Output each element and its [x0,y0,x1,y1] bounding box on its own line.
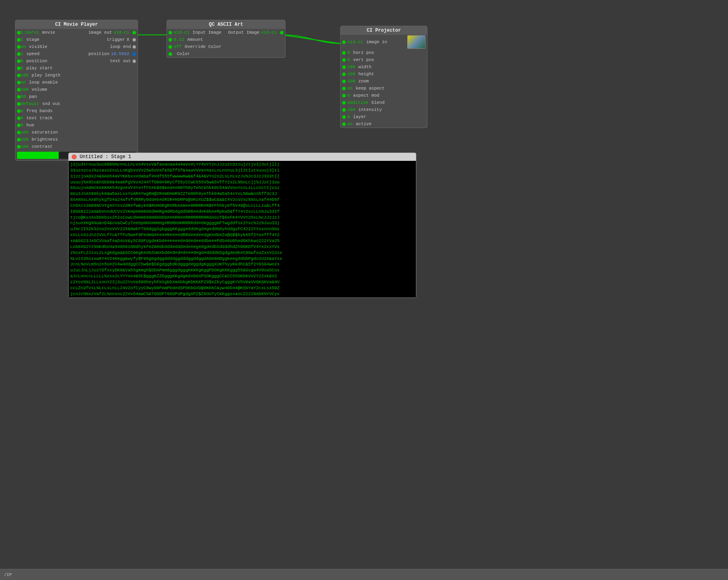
port-speed-in[interactable] [17,52,21,56]
movie-player-row-speed[interactable]: 1 speed position 18.5562 [15,50,138,57]
movie-player-row-hue[interactable]: 0 hue [15,122,138,129]
port-horzpos-in[interactable] [342,51,346,55]
stage-window: Untitled : Stage 1 j3ju3trnuu3uc88b%%cnn… [68,153,416,298]
stage-line: j3ju3trnuu3uc88b%%cnnLLnLVo4VsxV&faoaoaa… [70,162,414,168]
port-override-in[interactable] [169,45,172,49]
port-loopend-out[interactable] [132,45,136,49]
movie-player-row-contrast[interactable]: 100 contrast [15,143,138,150]
stage-line: I8b88222aG&bVnndUCVx2VKHpH008G9dHHRgHdRb… [70,209,414,215]
port-intensity-in[interactable] [342,108,346,112]
port-sndout-in[interactable] [17,102,21,106]
stage-line: uJucJnLjJuzYDfxxyDK8&Va55gKmgh$DDAPmm8gg… [70,267,414,273]
stage-line: CXDXcs2m888CVYg4XYox2dR#fw&yk6$RUHGRgRXR… [70,203,414,209]
port-hue-in[interactable] [17,124,21,127]
port-amount-in[interactable] [169,38,172,42]
stage-line: 6SuujnA0mCkkKKKK54VgVeVY4YoYfFX#k$6$ked#… [70,185,414,191]
movie-player-panel: CI Movie Player 1:Survi movie image out … [15,20,138,161]
movie-player-row-brightness[interactable]: 100 brightness [15,136,138,143]
projector-row-imagein[interactable]: vid-ci image in [341,35,427,49]
projector-thumbnail [407,35,425,49]
port-texttrack-in[interactable] [17,116,21,120]
port-playstart-in[interactable] [17,67,21,70]
projector-row-width[interactable]: 100 width [341,63,427,71]
movie-player-row-pan[interactable]: 50 pan [15,93,138,100]
movie-player-row-freqbands[interactable]: 0 freq bands [15,107,138,114]
port-vertpos-in[interactable] [342,58,346,62]
port-visible-in[interactable] [17,45,21,49]
ascii-art-title: QC ASCII Art [167,20,285,29]
stage-titlebar: Untitled : Stage 1 [69,153,416,161]
movie-player-row-position[interactable]: 0 position text out [15,57,138,65]
port-stage-in[interactable] [17,38,21,42]
movie-player-title: CI Movie Player [15,20,138,29]
stage-title: Untitled : Stage 1 [80,154,131,160]
port-width-in[interactable] [342,65,346,69]
close-button[interactable] [72,155,77,159]
progress-fill [17,152,59,159]
port-trigger-out[interactable] [132,38,136,42]
port-position-out[interactable] [132,52,136,56]
port-proj-imagein[interactable] [342,40,346,44]
movie-player-row-texttrack[interactable]: 0 text track [15,114,138,122]
movie-player-row-visible[interactable]: on visible loop end [15,43,138,50]
movie-player-row-stage[interactable]: 1 stage trigger X [15,36,138,43]
ascii-art-row-amount[interactable]: 0.32 Amount [167,36,285,43]
port-layer-in[interactable] [342,115,346,119]
port-blend-in[interactable] [342,101,346,105]
projector-row-active[interactable]: on active [341,120,427,128]
stage-line: jcnJc%%xzVaf2L%nnsnc22Vx54awC5&T6DDPT66D… [70,291,414,297]
port-keepaspect-in[interactable] [342,87,346,90]
ascii-art-io-row: vid-ci Input Image Output Image vid-ci [167,29,285,36]
port-brightness-in[interactable] [17,138,21,141]
port-active-in[interactable] [342,122,346,126]
port-saturation-in[interactable] [17,131,21,134]
port-loopenable-in[interactable] [17,81,21,84]
projector-row-blend[interactable]: additive blend [341,99,427,106]
movie-player-row-saturation[interactable]: 100 saturation [15,129,138,136]
port-contrast-in[interactable] [17,145,21,149]
stage-line: ccLZn2fVsL%LcLsLnLL24V2ofCyyC0wy09PAmPbd… [70,285,414,291]
projector-row-zoom[interactable]: 100 zoom [341,78,427,85]
ascii-art-row-override[interactable]: off Override Color [167,43,285,50]
ascii-art-panel: QC ASCII Art vid-ci Input Image Output I… [167,20,285,58]
port-imageout[interactable] [132,31,136,34]
port-ascii-output[interactable] [280,31,284,34]
movie-player-row-sndout[interactable]: default snd out [15,100,138,107]
ascii-art-row-color[interactable]: Color [167,50,285,57]
projector-row-vertpos[interactable]: 0 vert pos [341,56,427,63]
projector-panel: CI Projector vid-ci image in 0 horz pos … [340,26,427,128]
port-ascii-input[interactable] [169,31,172,34]
port-movie-in[interactable] [17,31,21,34]
port-color-in[interactable] [169,52,172,56]
projector-row-layer[interactable]: 0 layer [341,113,427,120]
stage-line: uuuuj%X8So&hGbb0&4aaKPgVVo4244Tf000#9RyC… [70,179,414,185]
projector-row-intensity[interactable]: 100 intensity [341,106,427,113]
projector-row-aspectmod[interactable]: 0 aspect mod [341,92,427,99]
port-pan-in[interactable] [17,95,21,99]
port-textout-out[interactable] [132,59,136,63]
movie-player-row-loopenable[interactable]: on loop enable [15,79,138,86]
stage-line: aJcLnnccLLLLL%zxx2LYYYVo4&5C$gggKZZDgggK… [70,273,414,279]
port-playlength-in[interactable] [17,74,21,77]
projector-row-keepaspect[interactable]: on keep aspect [341,85,427,92]
stage-line: z%xxFL22sxL2LsgKdga&&5CCm6gK#d6ZUmXbdd#d… [70,250,414,256]
stage-line: njsunXHg%%o&nD4&oVaCwCyTeebpHHXHHHHg#RHR… [70,220,414,226]
status-bar: /IP [0,569,728,580]
movie-player-row-movie[interactable]: 1:Survi movie image out vid-ci [15,29,138,36]
port-freqbands-in[interactable] [17,109,21,113]
port-height-in[interactable] [342,72,346,76]
port-aspectmod-in[interactable] [342,94,346,97]
movie-player-row-volume[interactable]: 100 volume [15,86,138,93]
stage-line: uJ%rII%2kS2no2VoVVY225&0wkFT09dggSgbgggK… [70,226,414,232]
projector-row-height[interactable]: 100 height [341,71,427,78]
port-pos-in[interactable] [17,59,21,63]
stage-line: xA&GG23J#GCVVaaf4aD4oV&y5C09FUgd#Kbd####… [70,238,414,244]
movie-player-row-playlength[interactable]: 100 play length [15,72,138,79]
movie-player-row-playstart[interactable]: 0 play start [15,65,138,72]
status-label: /IP [4,572,12,577]
port-zoom-in[interactable] [342,80,346,83]
port-volume-in[interactable] [17,88,21,92]
projector-title: CI Projector [341,26,427,35]
stage-line: JcnL%oVLm5n2n5U#2V4w4ddggCChw$e$S8gdggbd… [70,261,414,267]
projector-row-horzpos[interactable]: 0 horz pos [341,49,427,56]
